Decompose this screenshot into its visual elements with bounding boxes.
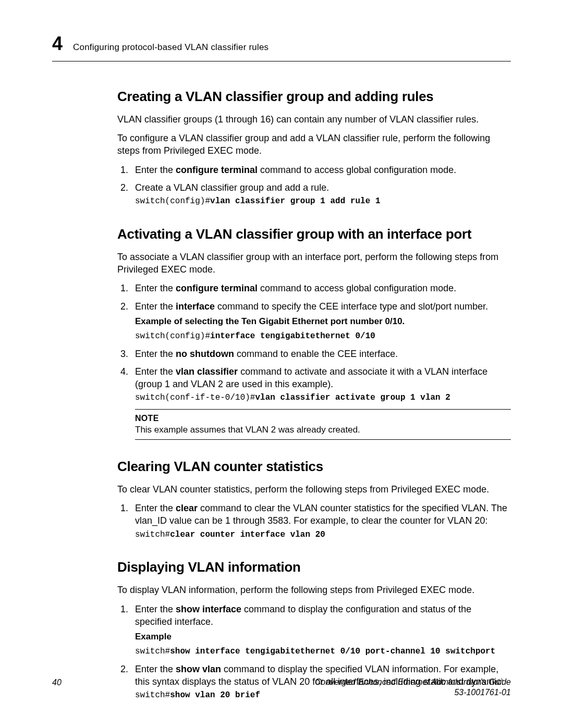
cmd: configure terminal	[176, 165, 258, 175]
note-block: NOTE This example assumes that VLAN 2 wa…	[135, 409, 511, 440]
prompt: switch(config)#	[135, 196, 210, 206]
page-footer: 40 Converged Enhanced Ethernet Administr…	[52, 677, 511, 698]
prompt: switch#	[135, 530, 170, 539]
create-step-2: Create a VLAN classifier group and add a…	[131, 181, 511, 207]
code-block: switch(config)#vlan classifier group 1 a…	[135, 196, 511, 207]
heading-display: Displaying VLAN information	[117, 558, 511, 576]
note-text: This example assumes that VLAN 2 was alr…	[135, 424, 511, 436]
doc-title: Converged Enhanced Ethernet Administrato…	[315, 677, 511, 687]
text: Enter the	[135, 165, 176, 175]
text: Enter the	[135, 503, 176, 513]
activate-steps: Enter the configure terminal command to …	[117, 282, 511, 439]
note-label: NOTE	[135, 413, 511, 424]
text: Create a VLAN classifier group and add a…	[135, 182, 329, 193]
cmd: clear counter interface vlan 20	[170, 530, 325, 539]
activate-step-3: Enter the no shutdown command to enable …	[131, 348, 511, 360]
cmd: clear	[176, 503, 198, 513]
prompt: switch(config)#	[135, 331, 210, 341]
doc-number: 53-1001761-01	[315, 687, 511, 698]
create-step-1: Enter the configure terminal command to …	[131, 164, 511, 176]
cmd: show vlan	[176, 664, 221, 674]
cmd: vlan classifier activate group 1 vlan 2	[255, 393, 450, 402]
cmd: vlan classifier	[176, 366, 238, 377]
page-header: 4 Configuring protocol-based VLAN classi…	[52, 31, 511, 61]
page-number: 40	[52, 677, 62, 698]
code-block: switch#show interface tengigabitethernet…	[135, 646, 511, 658]
cmd: show interface tengigabitethernet 0/10 p…	[170, 647, 495, 656]
activate-intro: To associate a VLAN classifier group wit…	[117, 251, 511, 276]
text: Enter the	[135, 604, 176, 614]
text: command to enable the CEE interface.	[234, 349, 398, 359]
code-block: switch(config)#interface tengigabitether…	[135, 331, 511, 342]
create-steps: Enter the configure terminal command to …	[117, 164, 511, 207]
text: Enter the	[135, 664, 176, 674]
cmd: show interface	[176, 604, 241, 614]
example-subhead: Example of selecting the Ten Gigabit Eth…	[135, 316, 511, 328]
example-label: Example	[135, 631, 511, 643]
display-intro: To display VLAN information, perform the…	[117, 584, 511, 596]
code-block: switch#clear counter interface vlan 20	[135, 529, 511, 541]
running-head: Configuring protocol-based VLAN classifi…	[73, 42, 268, 54]
create-intro1: VLAN classifier groups (1 through 16) ca…	[117, 113, 511, 126]
footer-right: Converged Enhanced Ethernet Administrato…	[315, 677, 511, 698]
heading-activate: Activating a VLAN classifier group with …	[117, 225, 511, 243]
text: Enter the	[135, 366, 176, 377]
cmd: configure terminal	[176, 283, 258, 293]
text: Enter the	[135, 349, 176, 359]
clear-intro: To clear VLAN counter statistics, perfor…	[117, 483, 511, 496]
prompt: switch(conf-if-te-0/10)#	[135, 393, 255, 402]
cmd: interface	[176, 301, 215, 312]
display-step-1: Enter the show interface command to disp…	[131, 603, 511, 658]
text: Enter the	[135, 301, 176, 312]
chapter-number: 4	[52, 31, 63, 57]
cmd: no shutdown	[176, 349, 234, 359]
cmd: vlan classifier group 1 add rule 1	[210, 196, 380, 206]
activate-step-1: Enter the configure terminal command to …	[131, 282, 511, 294]
heading-clear: Clearing VLAN counter statistics	[117, 458, 511, 476]
create-intro2: To configure a VLAN classifier group and…	[117, 132, 511, 157]
clear-step-1: Enter the clear command to clear the VLA…	[131, 502, 511, 540]
activate-step-4: Enter the vlan classifier command to act…	[131, 365, 511, 440]
cmd: interface tengigabitethernet 0/10	[210, 331, 375, 341]
activate-step-2: Enter the interface command to specify t…	[131, 300, 511, 342]
main-content: Creating a VLAN classifier group and add…	[117, 88, 511, 701]
text: command to specify the CEE interface typ…	[215, 301, 488, 312]
clear-steps: Enter the clear command to clear the VLA…	[117, 502, 511, 540]
code-block: switch(conf-if-te-0/10)#vlan classifier …	[135, 392, 511, 404]
prompt: switch#	[135, 647, 170, 656]
text: command to access global configuration m…	[258, 165, 456, 175]
text: Enter the	[135, 283, 176, 293]
page: 4 Configuring protocol-based VLAN classi…	[0, 0, 563, 728]
heading-create: Creating a VLAN classifier group and add…	[117, 88, 511, 106]
text: command to access global configuration m…	[258, 283, 456, 293]
